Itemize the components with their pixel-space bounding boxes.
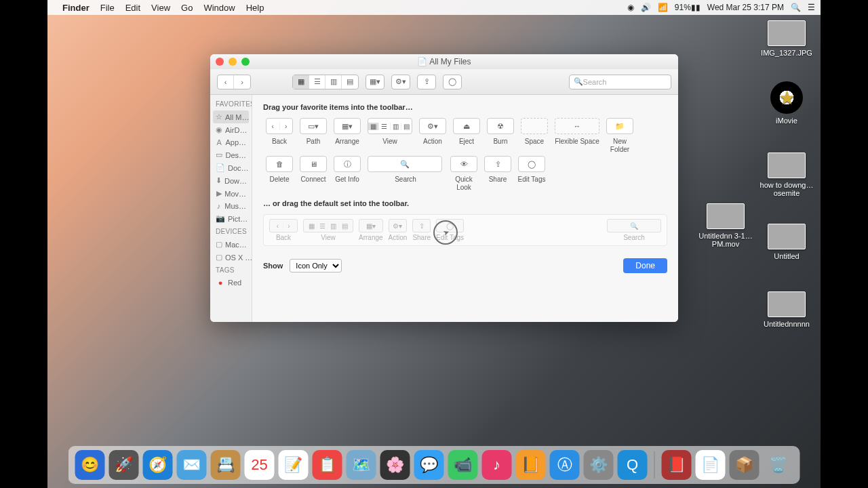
- dock-folder[interactable]: 📦: [730, 450, 760, 480]
- palette-item-burn[interactable]: ☢Burn: [484, 118, 517, 153]
- dock-file[interactable]: 📄: [696, 450, 726, 480]
- toolbar-action[interactable]: ⚙▾: [391, 75, 410, 89]
- palette-item-delete[interactable]: 🗑Delete: [263, 156, 296, 191]
- desktop-file[interactable]: IMG_1327.JPG: [760, 20, 814, 57]
- menu-edit[interactable]: Edit: [125, 3, 140, 13]
- dock-finder[interactable]: 😊: [75, 450, 105, 480]
- menubar: Finder File Edit View Go Window Help ◉ 🔊…: [47, 0, 821, 15]
- palette-item-connect[interactable]: 🖥Connect: [297, 156, 330, 191]
- menubar-app-name[interactable]: Finder: [62, 3, 90, 13]
- status-battery[interactable]: 91% ▮▮: [675, 3, 701, 12]
- menu-help[interactable]: Help: [246, 3, 264, 13]
- dock-quicktime[interactable]: Q: [618, 450, 648, 480]
- sidebar-item[interactable]: ●Red: [210, 277, 252, 289]
- show-label: Show: [263, 262, 283, 270]
- desktop-file[interactable]: Untitled: [760, 224, 814, 260]
- toolbar-share[interactable]: ⇪: [417, 75, 436, 89]
- desktop-file[interactable]: iMovie: [760, 81, 814, 125]
- window-title: 📄 All My Files: [417, 57, 471, 66]
- palette-item-space[interactable]: Space: [518, 118, 551, 153]
- desktop: Finder File Edit View Go Window Help ◉ 🔊…: [47, 0, 821, 488]
- palette-item-quick-look[interactable]: 👁Quick Look: [448, 156, 480, 191]
- status-wifi-icon[interactable]: 📶: [658, 3, 668, 12]
- status-notifications-icon[interactable]: ☰: [808, 3, 815, 12]
- show-select[interactable]: Icon Only: [290, 259, 342, 272]
- dock-reminders[interactable]: 📋: [313, 450, 342, 480]
- palette-item-search[interactable]: 🔍Search: [365, 156, 446, 191]
- toolbar-back-forward[interactable]: ‹›: [217, 75, 251, 89]
- palette-item-view[interactable]: ▦☰▥▤View: [365, 118, 415, 153]
- imovie-icon: [770, 81, 803, 114]
- finder-window: 📄 All My Files ‹› ▦☰▥▤ ▦▾ ⚙▾ ⇪ ◯ 🔍 Searc…: [210, 54, 678, 322]
- toolbar-arrange[interactable]: ▦▾: [366, 75, 384, 89]
- palette-item-arrange[interactable]: ▦▾Arrange: [331, 118, 363, 153]
- sidebar-item[interactable]: ◉AirD…: [210, 123, 252, 136]
- dock-itunes[interactable]: ♪: [482, 450, 512, 480]
- dock-safari[interactable]: 🧭: [143, 450, 173, 480]
- sidebar-item[interactable]: ▭Des…: [210, 148, 252, 161]
- toolbar-view-switcher[interactable]: ▦☰▥▤: [292, 75, 359, 89]
- palette-item-new-folder[interactable]: 📁New Folder: [604, 118, 636, 153]
- finder-sidebar: Favorites ☆All M… ◉AirD… AApp… ▭Des… 📄Do…: [210, 95, 252, 322]
- dock-appstore[interactable]: Ⓐ: [550, 450, 580, 480]
- palette-item-action[interactable]: ⚙▾Action: [416, 118, 449, 153]
- dock-maps[interactable]: 🗺️: [347, 450, 376, 480]
- palette-item-edit-tags[interactable]: ◯Edit Tags: [515, 156, 548, 191]
- desktop-file[interactable]: Untitlednn 3-1…PM.mov: [698, 203, 753, 248]
- sidebar-item[interactable]: 📄Doc…: [210, 161, 252, 174]
- dock-facetime[interactable]: 📹: [448, 450, 478, 480]
- window-minimize[interactable]: [229, 58, 237, 66]
- palette-item-path[interactable]: ▭▾Path: [297, 118, 330, 153]
- sidebar-item[interactable]: ♪Mus…: [210, 200, 252, 212]
- done-button[interactable]: Done: [623, 258, 667, 273]
- menu-go[interactable]: Go: [181, 3, 193, 13]
- window-zoom[interactable]: [241, 58, 250, 66]
- sidebar-item[interactable]: ▢Mac…: [210, 238, 252, 251]
- desktop-file[interactable]: Untitlednnnnn: [760, 291, 814, 328]
- sidebar-item[interactable]: 📷Pict…: [210, 212, 252, 225]
- window-close[interactable]: [216, 58, 224, 66]
- dock-calendar[interactable]: 25: [245, 450, 275, 480]
- desktop-file[interactable]: how to downg…osemite: [760, 152, 814, 197]
- default-toolbar-set[interactable]: ‹›Back ▦☰▥▤View ▦▾Arrange ⚙▾Action ⇪Shar…: [263, 214, 667, 246]
- palette-item-back[interactable]: ‹›Back: [263, 118, 296, 153]
- dock-preferences[interactable]: ⚙️: [584, 450, 614, 480]
- toolbar-search[interactable]: 🔍 Search: [569, 75, 671, 89]
- status-volume-icon[interactable]: 🔊: [641, 3, 651, 12]
- dock-launchpad[interactable]: 🚀: [109, 450, 139, 480]
- sidebar-item[interactable]: ▢OS X …: [210, 251, 252, 264]
- sidebar-item[interactable]: AApp…: [210, 136, 252, 148]
- dock-messages[interactable]: 💬: [414, 450, 444, 480]
- dock-mail[interactable]: ✉️: [177, 450, 207, 480]
- status-spotlight-icon[interactable]: 🔍: [791, 3, 801, 12]
- titlebar[interactable]: 📄 All My Files: [210, 54, 678, 69]
- toolbar-tags[interactable]: ◯: [443, 75, 462, 89]
- sidebar-item[interactable]: ☆All M…: [213, 110, 249, 123]
- customize-toolbar-sheet: Drag your favorite items into the toolba…: [252, 95, 678, 322]
- dock: 😊 🚀 🧭 ✉️ 📇 25 📝 📋 🗺️ 🌸 💬 📹 ♪ 📙 Ⓐ ⚙️ Q 📕 …: [68, 446, 800, 484]
- status-clock[interactable]: Wed Mar 25 3:17 PM: [707, 3, 784, 12]
- dock-notes[interactable]: 📝: [279, 450, 309, 480]
- menu-view[interactable]: View: [151, 3, 170, 13]
- status-notification-icon[interactable]: ◉: [627, 3, 634, 12]
- dock-photos[interactable]: 🌸: [380, 450, 410, 480]
- menu-file[interactable]: File: [100, 3, 115, 13]
- palette-item-flexible-space[interactable]: ↔Flexible Space: [552, 118, 602, 153]
- customize-default-lead: … or drag the default set into the toolb…: [263, 199, 667, 207]
- sidebar-item[interactable]: ⬇Dow…: [210, 174, 252, 187]
- sidebar-item[interactable]: ▶Mov…: [210, 187, 252, 200]
- palette-item-share[interactable]: ⇪Share: [481, 156, 514, 191]
- dock-trash[interactable]: 🗑️: [764, 450, 793, 480]
- menu-window[interactable]: Window: [203, 3, 235, 13]
- dock-ibooks[interactable]: 📙: [516, 450, 546, 480]
- customize-lead: Drag your favorite items into the toolba…: [263, 103, 667, 111]
- palette-item-eject[interactable]: ⏏Eject: [450, 118, 483, 153]
- palette-item-get-info[interactable]: ⓘGet Info: [331, 156, 363, 191]
- finder-toolbar: ‹› ▦☰▥▤ ▦▾ ⚙▾ ⇪ ◯ 🔍 Search: [210, 69, 678, 95]
- dock-contacts[interactable]: 📇: [211, 450, 241, 480]
- dock-doc[interactable]: 📕: [662, 450, 692, 480]
